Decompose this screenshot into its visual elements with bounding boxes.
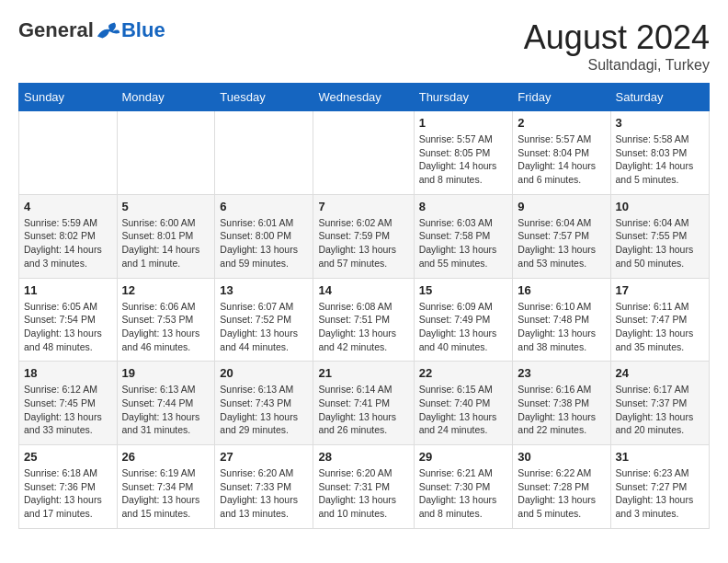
logo-blue-text: Blue <box>121 18 165 42</box>
day-number: 18 <box>24 366 112 380</box>
day-number: 20 <box>220 366 308 380</box>
day-info: Sunrise: 5:58 AM Sunset: 8:03 PM Dayligh… <box>616 132 704 187</box>
calendar-cell: 7Sunrise: 6:02 AM Sunset: 7:59 PM Daylig… <box>313 194 414 278</box>
day-number: 4 <box>24 200 112 213</box>
header-friday: Friday <box>513 84 610 111</box>
calendar-cell: 5Sunrise: 6:00 AM Sunset: 8:01 PM Daylig… <box>117 194 215 278</box>
calendar-cell: 30Sunrise: 6:22 AM Sunset: 7:28 PM Dayli… <box>513 445 610 529</box>
day-number: 5 <box>122 200 210 213</box>
month-title: August 2024 <box>524 18 710 57</box>
day-number: 11 <box>24 283 112 297</box>
day-info: Sunrise: 6:07 AM Sunset: 7:52 PM Dayligh… <box>220 300 308 354</box>
calendar-cell: 12Sunrise: 6:06 AM Sunset: 7:53 PM Dayli… <box>117 278 215 362</box>
calendar-header-row: SundayMondayTuesdayWednesdayThursdayFrid… <box>19 84 710 111</box>
day-info: Sunrise: 6:20 AM Sunset: 7:31 PM Dayligh… <box>318 466 408 521</box>
calendar-cell <box>313 111 414 195</box>
day-info: Sunrise: 5:57 AM Sunset: 8:04 PM Dayligh… <box>518 132 605 187</box>
day-number: 23 <box>518 366 605 380</box>
header-saturday: Saturday <box>610 84 709 111</box>
week-row-4: 18Sunrise: 6:12 AM Sunset: 7:45 PM Dayli… <box>19 362 710 445</box>
day-info: Sunrise: 6:22 AM Sunset: 7:28 PM Dayligh… <box>518 466 605 521</box>
day-number: 31 <box>616 450 704 464</box>
calendar-cell: 18Sunrise: 6:12 AM Sunset: 7:45 PM Dayli… <box>19 362 118 445</box>
day-number: 26 <box>122 450 210 464</box>
day-info: Sunrise: 6:18 AM Sunset: 7:36 PM Dayligh… <box>24 466 112 521</box>
calendar-cell: 1Sunrise: 5:57 AM Sunset: 8:05 PM Daylig… <box>414 111 513 195</box>
day-number: 7 <box>318 200 408 213</box>
calendar-cell: 2Sunrise: 5:57 AM Sunset: 8:04 PM Daylig… <box>513 111 610 195</box>
calendar-cell: 9Sunrise: 6:04 AM Sunset: 7:57 PM Daylig… <box>513 194 610 278</box>
page-header: General Blue August 2024 Sultandagi, Tur… <box>18 18 710 74</box>
calendar-cell: 19Sunrise: 6:13 AM Sunset: 7:44 PM Dayli… <box>117 362 215 445</box>
day-number: 22 <box>419 366 508 380</box>
day-info: Sunrise: 6:15 AM Sunset: 7:40 PM Dayligh… <box>419 383 508 437</box>
day-info: Sunrise: 6:06 AM Sunset: 7:53 PM Dayligh… <box>122 300 210 354</box>
day-number: 19 <box>122 366 210 380</box>
calendar-cell: 14Sunrise: 6:08 AM Sunset: 7:51 PM Dayli… <box>313 278 414 362</box>
day-number: 25 <box>24 450 112 464</box>
calendar-cell: 8Sunrise: 6:03 AM Sunset: 7:58 PM Daylig… <box>414 194 513 278</box>
calendar-table: SundayMondayTuesdayWednesdayThursdayFrid… <box>18 83 710 529</box>
day-number: 2 <box>518 116 605 130</box>
day-info: Sunrise: 6:13 AM Sunset: 7:44 PM Dayligh… <box>122 383 210 437</box>
logo: General Blue <box>18 18 165 42</box>
logo-bird-icon <box>96 20 121 40</box>
location-subtitle: Sultandagi, Turkey <box>524 57 710 74</box>
day-info: Sunrise: 6:01 AM Sunset: 8:00 PM Dayligh… <box>220 216 308 270</box>
day-number: 13 <box>220 283 308 297</box>
day-number: 16 <box>518 283 605 297</box>
day-info: Sunrise: 6:21 AM Sunset: 7:30 PM Dayligh… <box>419 466 508 521</box>
header-monday: Monday <box>117 84 215 111</box>
calendar-cell <box>215 111 313 195</box>
day-info: Sunrise: 6:23 AM Sunset: 7:27 PM Dayligh… <box>616 466 704 521</box>
header-sunday: Sunday <box>19 84 118 111</box>
week-row-5: 25Sunrise: 6:18 AM Sunset: 7:36 PM Dayli… <box>19 445 710 529</box>
day-number: 12 <box>122 283 210 297</box>
calendar-cell: 10Sunrise: 6:04 AM Sunset: 7:55 PM Dayli… <box>610 194 709 278</box>
day-number: 9 <box>518 200 605 213</box>
calendar-cell: 15Sunrise: 6:09 AM Sunset: 7:49 PM Dayli… <box>414 278 513 362</box>
calendar-cell: 24Sunrise: 6:17 AM Sunset: 7:37 PM Dayli… <box>610 362 709 445</box>
day-info: Sunrise: 5:57 AM Sunset: 8:05 PM Dayligh… <box>419 132 508 187</box>
day-number: 24 <box>616 366 704 380</box>
day-number: 8 <box>419 200 508 213</box>
calendar-cell: 16Sunrise: 6:10 AM Sunset: 7:48 PM Dayli… <box>513 278 610 362</box>
day-number: 10 <box>616 200 704 213</box>
day-info: Sunrise: 6:04 AM Sunset: 7:55 PM Dayligh… <box>616 216 704 270</box>
title-block: August 2024 Sultandagi, Turkey <box>524 18 710 74</box>
day-info: Sunrise: 6:03 AM Sunset: 7:58 PM Dayligh… <box>419 216 508 270</box>
day-info: Sunrise: 6:14 AM Sunset: 7:41 PM Dayligh… <box>318 383 408 437</box>
logo-general-text: General <box>18 18 94 42</box>
calendar-cell: 20Sunrise: 6:13 AM Sunset: 7:43 PM Dayli… <box>215 362 313 445</box>
calendar-cell: 4Sunrise: 5:59 AM Sunset: 8:02 PM Daylig… <box>19 194 118 278</box>
calendar-cell: 26Sunrise: 6:19 AM Sunset: 7:34 PM Dayli… <box>117 445 215 529</box>
day-number: 28 <box>318 450 408 464</box>
day-info: Sunrise: 6:11 AM Sunset: 7:47 PM Dayligh… <box>616 300 704 354</box>
day-info: Sunrise: 6:04 AM Sunset: 7:57 PM Dayligh… <box>518 216 605 270</box>
day-info: Sunrise: 5:59 AM Sunset: 8:02 PM Dayligh… <box>24 216 112 270</box>
header-wednesday: Wednesday <box>313 84 414 111</box>
calendar-cell: 29Sunrise: 6:21 AM Sunset: 7:30 PM Dayli… <box>414 445 513 529</box>
day-info: Sunrise: 6:16 AM Sunset: 7:38 PM Dayligh… <box>518 383 605 437</box>
day-number: 29 <box>419 450 508 464</box>
calendar-cell: 3Sunrise: 5:58 AM Sunset: 8:03 PM Daylig… <box>610 111 709 195</box>
day-info: Sunrise: 6:05 AM Sunset: 7:54 PM Dayligh… <box>24 300 112 354</box>
calendar-cell: 25Sunrise: 6:18 AM Sunset: 7:36 PM Dayli… <box>19 445 118 529</box>
day-number: 15 <box>419 283 508 297</box>
day-number: 14 <box>318 283 408 297</box>
day-number: 30 <box>518 450 605 464</box>
day-number: 21 <box>318 366 408 380</box>
day-info: Sunrise: 6:02 AM Sunset: 7:59 PM Dayligh… <box>318 216 408 270</box>
calendar-cell: 22Sunrise: 6:15 AM Sunset: 7:40 PM Dayli… <box>414 362 513 445</box>
calendar-cell <box>117 111 215 195</box>
calendar-cell: 11Sunrise: 6:05 AM Sunset: 7:54 PM Dayli… <box>19 278 118 362</box>
day-info: Sunrise: 6:00 AM Sunset: 8:01 PM Dayligh… <box>122 216 210 270</box>
day-info: Sunrise: 6:09 AM Sunset: 7:49 PM Dayligh… <box>419 300 508 354</box>
day-number: 1 <box>419 116 508 130</box>
week-row-1: 1Sunrise: 5:57 AM Sunset: 8:05 PM Daylig… <box>19 111 710 195</box>
day-info: Sunrise: 6:10 AM Sunset: 7:48 PM Dayligh… <box>518 300 605 354</box>
day-info: Sunrise: 6:19 AM Sunset: 7:34 PM Dayligh… <box>122 466 210 521</box>
day-info: Sunrise: 6:13 AM Sunset: 7:43 PM Dayligh… <box>220 383 308 437</box>
calendar-cell: 28Sunrise: 6:20 AM Sunset: 7:31 PM Dayli… <box>313 445 414 529</box>
header-tuesday: Tuesday <box>215 84 313 111</box>
